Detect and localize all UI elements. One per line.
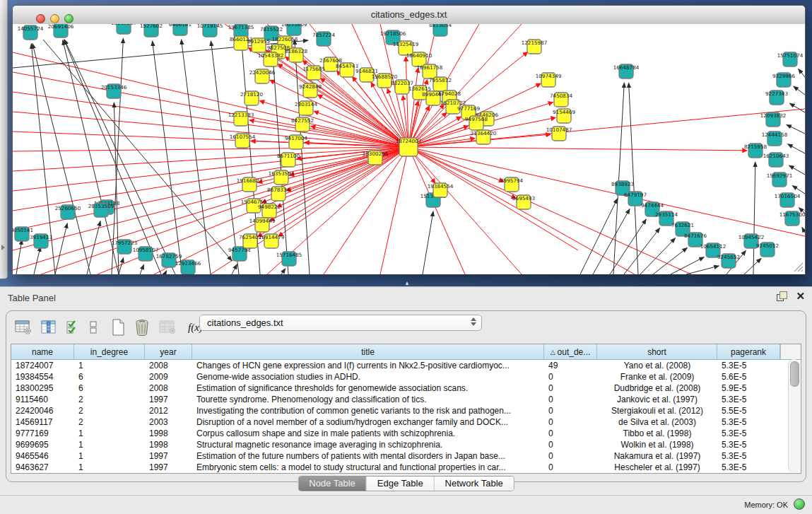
table-cell[interactable]: de Silva et al. (2003) (597, 416, 717, 428)
graph-edge[interactable] (794, 86, 805, 95)
graph-edge[interactable] (43, 40, 232, 261)
graph-edge[interactable] (789, 103, 805, 112)
table-cell[interactable]: 1998 (145, 428, 192, 439)
graph-edge[interactable] (799, 69, 805, 77)
graph-edge[interactable] (613, 83, 624, 274)
graph-edge[interactable] (640, 238, 676, 274)
table-row[interactable]: 1938455462009Genome-wide association stu… (11, 371, 801, 382)
table-cell[interactable]: 0 (544, 405, 597, 416)
table-cell[interactable]: 6 (74, 371, 145, 382)
table-cell[interactable]: 2008 (145, 360, 192, 371)
table-row[interactable]: 2242004622012Investigating the contribut… (11, 405, 801, 416)
table-cell[interactable]: 9465546 (11, 450, 74, 462)
table-cell[interactable]: Dudbridge et al. (2008) (597, 382, 717, 394)
table-row[interactable]: 946554611997Estimation of the future num… (11, 450, 801, 462)
tab-network-table[interactable]: Network Table (434, 477, 514, 491)
table-cell[interactable]: 22420046 (11, 405, 74, 416)
network-view-window[interactable]: citations_edges.txt 14055724206914061065… (12, 5, 806, 274)
table-row[interactable]: 1830029562008Estimation of significance … (11, 382, 801, 394)
graph-edge[interactable] (802, 227, 805, 233)
graph-edge[interactable] (119, 258, 124, 274)
delete-rows-icon[interactable] (134, 318, 150, 337)
table-cell[interactable]: 0 (544, 462, 597, 473)
tab-edge-table[interactable]: Edge Table (366, 477, 434, 491)
graph-edge[interactable] (232, 264, 237, 274)
graph-edge[interactable] (408, 147, 465, 274)
table-row[interactable]: 969969511998Structural magnetic resonanc… (11, 439, 801, 450)
table-cell[interactable]: 0 (544, 371, 597, 382)
graph-edge[interactable] (181, 40, 211, 274)
table-cell[interactable]: 1997 (145, 462, 192, 473)
graph-edge[interactable] (281, 269, 286, 274)
table-cell[interactable]: Franke et al. (2009) (597, 371, 717, 382)
table-cell[interactable]: 14569117 (11, 416, 74, 428)
table-cell[interactable]: 49 (544, 360, 597, 371)
table-cell[interactable]: 1998 (145, 439, 192, 450)
table-settings-icon[interactable] (15, 318, 32, 337)
table-cell[interactable]: 9699695 (11, 439, 74, 450)
select-column-icon[interactable] (41, 318, 57, 337)
vertical-scrollbar[interactable] (788, 359, 800, 472)
table-cell[interactable]: 9115460 (11, 394, 74, 405)
table-row[interactable]: 1456911722003Disruption of a novel membe… (11, 416, 801, 428)
table-cell[interactable]: Hescheler et al. (1997) (597, 462, 717, 473)
graph-edge[interactable] (408, 147, 747, 151)
table-cell[interactable]: 5.6E-5 (717, 371, 780, 382)
table-cell[interactable]: 5.3E-5 (717, 394, 780, 405)
table-cell[interactable]: 18300295 (11, 382, 74, 394)
table-cell[interactable]: 9777169 (11, 428, 74, 439)
table-cell[interactable]: 1 (74, 360, 145, 371)
table-cell[interactable]: Yano et al. (2008) (597, 360, 717, 371)
table-cell[interactable]: Jankovic et al. (1997) (597, 394, 717, 405)
network-canvas[interactable]: 1405572420691406106532571527602646616110… (13, 24, 805, 274)
graph-edge[interactable] (788, 144, 805, 153)
graph-edge[interactable] (165, 271, 167, 274)
graph-edge[interactable] (55, 223, 67, 274)
table-cell[interactable]: 0 (544, 416, 597, 428)
table-cell[interactable]: 6 (74, 382, 145, 394)
clear-selection-icon[interactable] (89, 318, 98, 337)
window-titlebar[interactable]: citations_edges.txt (13, 6, 805, 25)
table-cell[interactable]: 2 (74, 394, 145, 405)
table-cell[interactable]: 5.3E-5 (717, 450, 780, 462)
table-cell[interactable]: 1 (74, 439, 145, 450)
table-selector-dropdown[interactable]: citations_edges.txt (199, 315, 482, 331)
tab-node-table[interactable]: Node Table (298, 477, 366, 491)
table-cell[interactable]: Structural magnetic resonance image aver… (192, 439, 544, 450)
table-cell[interactable]: 2003 (145, 416, 192, 428)
table-row[interactable]: 946362711997Embryonic stem cells: a mode… (11, 462, 801, 473)
select-all-checks-icon[interactable] (66, 318, 80, 337)
column-header-short[interactable]: short (597, 344, 717, 359)
table-cell[interactable]: Changes of HCN gene expression and I(f) … (192, 360, 544, 371)
graph-edge[interactable] (34, 247, 40, 274)
column-header-in-degree[interactable]: in_degree (74, 344, 145, 359)
column-header-name[interactable]: name (11, 344, 74, 359)
new-table-icon[interactable] (111, 318, 125, 337)
table-cell[interactable]: 5.3E-5 (717, 416, 780, 428)
graph-edge[interactable] (744, 258, 761, 274)
table-cell[interactable]: Embryonic stem cells: a model to study s… (192, 462, 544, 473)
graph-edge[interactable] (63, 40, 119, 274)
table-cell[interactable]: Nakamura et al. (1997) (597, 450, 717, 462)
graph-edge[interactable] (787, 124, 805, 134)
table-cell[interactable]: Tourette syndrome. Phenomenology and cla… (192, 394, 544, 405)
table-cell[interactable]: Disruption of a novel member of a sodium… (192, 416, 544, 428)
table-cell[interactable]: Estimation of the future numbers of pati… (192, 450, 544, 462)
graph-edge[interactable] (380, 147, 408, 274)
table-cell[interactable]: 1 (74, 428, 145, 439)
table-cell[interactable]: 1 (74, 450, 145, 462)
column-header-pagerank[interactable]: pagerank (717, 344, 780, 359)
table-cell[interactable]: 1997 (145, 394, 192, 405)
graph-edge[interactable] (140, 264, 144, 274)
table-cell[interactable]: 2009 (145, 371, 192, 382)
table-cell[interactable]: 18724007 (11, 360, 74, 371)
graph-edge[interactable] (610, 219, 646, 274)
table-cell[interactable]: 1997 (145, 450, 192, 462)
graph-edge[interactable] (153, 41, 182, 274)
table-cell[interactable]: Stergiakouli et al. (2012) (597, 405, 717, 416)
graph-edge[interactable] (593, 209, 630, 274)
table-cell[interactable]: Wolkin et al. (1998) (597, 439, 717, 450)
table-cell[interactable]: 5.3E-5 (717, 462, 780, 473)
graph-edge[interactable] (408, 147, 504, 182)
table-cell[interactable]: 9463627 (11, 462, 74, 473)
